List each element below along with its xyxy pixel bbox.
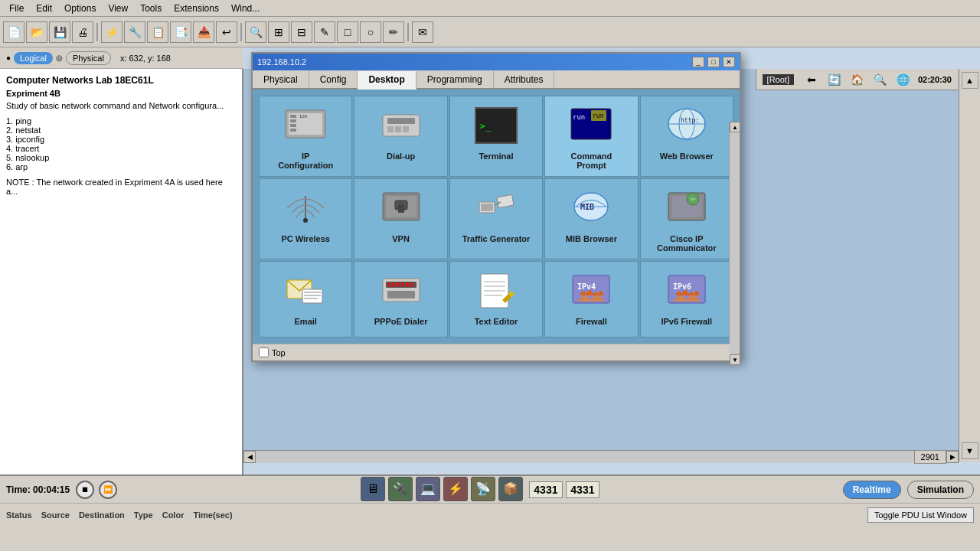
top-checkbox[interactable] (259, 347, 269, 357)
app-mib-browser[interactable]: MIB MIB Browser (544, 178, 638, 259)
menu-file[interactable]: File (3, 2, 30, 15)
toolbar-custom2[interactable]: □ (337, 21, 358, 43)
scroll-down-icon[interactable]: ▼ (962, 442, 978, 459)
back-icon[interactable]: ⬅ (803, 71, 820, 88)
toolbar-inspect[interactable]: 🔧 (124, 21, 145, 43)
bottom-bar-top: Time: 00:04:15 ⏹ ⏩ 🖥 🔌 💻 ⚡ 📡 📦 4331 433 (0, 476, 980, 504)
pdu-toggle-button[interactable]: Toggle PDU List Window (867, 507, 974, 523)
traffic-gen-label: Traffic Generator (462, 234, 531, 243)
svg-rect-11 (403, 126, 409, 132)
toolbar-save[interactable]: 💾 (49, 21, 70, 43)
scrollbar-up-btn[interactable]: ▲ (730, 122, 740, 132)
tab-physical[interactable]: Physical (253, 70, 309, 88)
home-icon[interactable]: 🏠 (849, 71, 866, 88)
menu-tools[interactable]: Tools (134, 2, 168, 15)
tab-programming[interactable]: Programming (416, 70, 494, 88)
menu-options[interactable]: Options (58, 2, 102, 15)
scroll-up-icon[interactable]: ▲ (962, 72, 978, 89)
ipv6-firewall-icon: IPv6 (664, 268, 710, 314)
pc-wireless-label: PC Wireless (281, 234, 330, 243)
toolbar-zoom-in[interactable]: 🔍 (245, 21, 266, 43)
toolbar-print[interactable]: 🖨 (72, 21, 93, 43)
tab-desktop[interactable]: Desktop (358, 70, 416, 90)
left-panel: Computer Networks Lab 18EC61L Expriment … (0, 69, 243, 474)
simulation-mode-btn[interactable]: Simulation (907, 481, 974, 499)
toolbar-note[interactable]: 📋 (147, 21, 168, 43)
toolbar-separator-2 (240, 23, 242, 41)
tab-attributes[interactable]: Attributes (494, 70, 555, 88)
pppoe-dialer-icon (378, 268, 424, 314)
minimize-button[interactable]: _ (692, 57, 704, 67)
menu-bar: File Edit Options View Tools Extensions … (0, 0, 980, 17)
device-window-tabs: Physical Config Desktop Programming Attr… (253, 70, 740, 90)
right-toolbar: ▲ ▼ (959, 69, 980, 462)
toolbar-zoom-fit[interactable]: ⊞ (268, 21, 289, 43)
tab-config[interactable]: Config (309, 70, 358, 88)
toolbar-custom1[interactable]: ✎ (314, 21, 335, 43)
window-scrollbar[interactable]: ▲ ▼ (729, 122, 740, 344)
ip-config-label: IPConfiguration (278, 152, 333, 170)
small-device-6[interactable]: 📦 (498, 477, 523, 501)
app-ip-config[interactable]: 106 IPConfiguration (259, 96, 352, 177)
svg-text:run: run (593, 112, 604, 119)
toolbar-custom4[interactable]: ✏ (383, 21, 404, 43)
toolbar-zoom-out[interactable]: ⊟ (291, 21, 312, 43)
app-ipv6-firewall[interactable]: IPv6 IPv6 Firewall (640, 261, 733, 337)
small-device-1[interactable]: 🖥 (361, 477, 385, 501)
counter-2-value: 4331 (570, 484, 594, 496)
app-web-browser[interactable]: http: Web Browser (640, 96, 733, 177)
app-terminal[interactable]: >_ Terminal (449, 96, 543, 177)
toolbar-paste[interactable]: 📥 (193, 21, 214, 43)
menu-view[interactable]: View (102, 2, 134, 15)
app-firewall[interactable]: IPv4 Firewall (544, 261, 638, 337)
toolbar-copy[interactable]: 📑 (170, 21, 191, 43)
toolbar-open[interactable]: 📂 (26, 21, 47, 43)
menu-extensions[interactable]: Extensions (168, 2, 225, 15)
toolbar-envelope[interactable]: ✉ (412, 21, 433, 43)
small-device-5[interactable]: 📡 (471, 477, 495, 501)
small-device-2[interactable]: 🔌 (388, 477, 413, 501)
app-pc-wireless[interactable]: PC Wireless (259, 178, 352, 259)
scrollbar-down-btn[interactable]: ▼ (730, 354, 740, 365)
bottom-scrollbar[interactable]: ◀ 2901 ▶ (243, 450, 959, 462)
dial-up-label: Dial-up (387, 152, 415, 161)
terminal-label: Terminal (479, 152, 513, 161)
fast-forward-button[interactable]: ⏩ (99, 481, 117, 499)
scroll-right-arrow[interactable]: ▶ (946, 451, 959, 463)
stop-button[interactable]: ⏹ (76, 481, 94, 499)
close-button[interactable]: ✕ (723, 57, 735, 67)
app-vpn[interactable]: VPN (354, 178, 447, 259)
svg-rect-45 (392, 282, 395, 287)
realtime-mode-btn[interactable]: Realtime (843, 481, 901, 499)
network-icon[interactable]: 🌐 (895, 71, 912, 88)
app-text-editor[interactable]: Text Editor (449, 261, 543, 337)
app-cisco-ip-comm[interactable]: Cisco IPCommunicator (640, 178, 733, 259)
lab-title: Computer Networks Lab 18EC61L (6, 75, 236, 86)
small-device-3[interactable]: 💻 (416, 477, 440, 501)
svg-rect-5 (290, 129, 296, 132)
pdu-toggle-area: Toggle PDU List Window (867, 507, 974, 523)
web-browser-icon: http: (664, 103, 710, 148)
small-device-4[interactable]: ⚡ (443, 477, 468, 501)
toolbar-undo[interactable]: ↩ (216, 21, 237, 43)
left-panel-content: Computer Networks Lab 18EC61L Expriment … (0, 69, 242, 202)
scroll-track[interactable] (256, 451, 914, 463)
toolbar-custom3[interactable]: ○ (360, 21, 381, 43)
toolbar-activity[interactable]: ⚡ (101, 21, 122, 43)
scroll-left-arrow[interactable]: ◀ (243, 451, 256, 463)
app-pppoe-dialer[interactable]: PPPoE Dialer (354, 261, 447, 337)
menu-wind[interactable]: Wind... (225, 2, 266, 15)
app-traffic-gen[interactable]: Traffic Generator (449, 178, 543, 259)
app-command-prompt[interactable]: run run CommandPrompt (544, 96, 638, 177)
app-dial-up[interactable]: Dial-up (354, 96, 447, 177)
svg-rect-48 (406, 282, 409, 287)
app-email[interactable]: Email (259, 261, 352, 337)
forward-icon[interactable]: 🔄 (826, 71, 843, 88)
menu-edit[interactable]: Edit (30, 2, 58, 15)
toolbar-new[interactable]: 📄 (3, 21, 24, 43)
time-display: Time: 00:04:15 (6, 484, 70, 495)
logical-mode-btn[interactable]: Logical (14, 52, 53, 64)
physical-mode-btn[interactable]: Physical (66, 51, 111, 65)
maximize-button[interactable]: □ (707, 57, 720, 67)
zoom-icon[interactable]: 🔍 (872, 71, 889, 88)
